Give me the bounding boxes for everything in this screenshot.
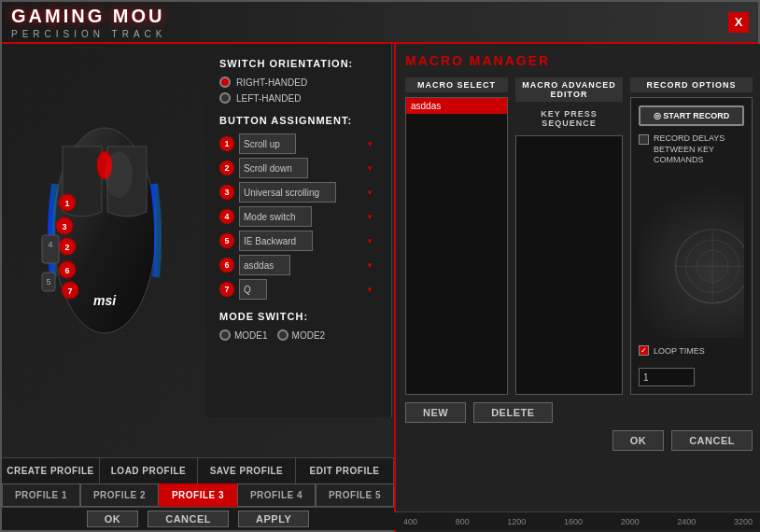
profile-tabs: PROFILE 1 PROFILE 2 PROFILE 3 PROFILE 4 …	[2, 483, 394, 507]
mouse-image-area: 1 3 2 6 7 4 5 msi	[2, 44, 207, 389]
loop-times-input[interactable]	[639, 368, 695, 386]
right-handed-dot	[219, 77, 231, 88]
btn-num-7: 7	[219, 282, 234, 297]
profile-tab-2[interactable]: PROFILE 2	[80, 483, 159, 507]
svg-text:1: 1	[64, 199, 69, 208]
ok-button[interactable]: OK	[87, 511, 139, 527]
btn-row-4: 4 Mode switch	[219, 206, 377, 227]
macro-manager-title: MACRO MANAGER	[405, 53, 753, 68]
world-map-svg	[639, 174, 744, 338]
save-profile-btn[interactable]: SAVE PROFILE	[198, 458, 296, 483]
btn-row-5: 5 IE Backward	[219, 231, 377, 251]
right-handed-radio[interactable]: RIGHT-HANDED	[219, 77, 377, 88]
edit-profile-btn[interactable]: EDIT PROFILE	[296, 458, 394, 483]
btn-select-wrapper-1: Scroll up	[239, 133, 377, 154]
macro-ok-button[interactable]: OK	[612, 430, 665, 451]
timeline-3200: 3200	[734, 517, 753, 526]
mode1-radio[interactable]: MODE1	[219, 329, 268, 341]
timeline-1600: 1600	[564, 517, 583, 526]
switch-orientation-title: SWITCH ORIENTATION:	[219, 58, 377, 69]
macro-ok-cancel: OK CANCEL	[405, 430, 753, 451]
profile-tab-4[interactable]: PROFILE 4	[237, 483, 316, 507]
macro-options-col: RECORD OPTIONS ◎ START RECORD RECORD DEL…	[630, 77, 753, 395]
record-options-area: ◎ START RECORD RECORD DELAYS BETWEEN KEY…	[630, 97, 753, 395]
timeline-bar: 400 800 1200 1600 2000 2400 3200	[394, 511, 760, 530]
right-handed-label: RIGHT-HANDED	[236, 77, 307, 88]
btn-select-wrapper-3: Universal scrolling	[239, 182, 377, 203]
app-subtitle: PERCISION TRACK	[11, 29, 167, 39]
btn-row-2: 2 Scroll down	[219, 158, 377, 178]
svg-text:3: 3	[62, 222, 66, 231]
key-press-area[interactable]	[515, 135, 623, 395]
svg-text:msi: msi	[93, 293, 117, 308]
macro-panel: MACRO MANAGER MACRO SELECT asddas MACRO …	[394, 44, 760, 532]
left-handed-dot	[219, 92, 231, 104]
app-title: GAMING MOU	[11, 6, 167, 27]
apply-button[interactable]: APPLY	[238, 511, 309, 527]
svg-text:6: 6	[64, 266, 69, 275]
btn-select-4[interactable]: Mode switch	[239, 206, 312, 227]
btn-num-1: 1	[219, 136, 234, 151]
macro-bottom-row: NEW DELETE	[405, 402, 753, 423]
macro-cancel-button[interactable]: CANCEL	[671, 430, 753, 451]
svg-text:5: 5	[46, 277, 50, 287]
mouse-svg: 1 3 2 6 7 4 5 msi	[35, 91, 175, 343]
config-panel: SWITCH ORIENTATION: RIGHT-HANDED LEFT-HA…	[205, 44, 392, 417]
close-button[interactable]: X	[728, 12, 749, 33]
btn-select-1[interactable]: Scroll up	[239, 133, 296, 154]
bottom-actions: OK CANCEL APPLY	[2, 507, 394, 530]
mode-switch-title: MODE SWITCH:	[219, 311, 377, 322]
loop-times-label: LOOP TIMES	[654, 346, 705, 356]
btn-num-2: 2	[219, 161, 234, 175]
btn-select-7[interactable]: Q	[239, 279, 267, 300]
record-delays-checkbox[interactable]	[639, 134, 649, 145]
btn-num-6: 6	[219, 258, 234, 273]
svg-point-17	[105, 151, 133, 198]
btn-select-wrapper-4: Mode switch	[239, 206, 377, 227]
timeline-400: 400	[403, 517, 417, 526]
btn-num-3: 3	[219, 185, 234, 200]
main-container: GAMING MOU PERCISION TRACK X	[0, 0, 760, 532]
svg-text:4: 4	[48, 240, 52, 249]
profile-tab-3[interactable]: PROFILE 3	[159, 483, 237, 507]
button-assignment-list: 1 Scroll up 2 Scroll down 3	[219, 133, 377, 300]
macro-new-button[interactable]: NEW	[405, 402, 466, 423]
left-handed-label: LEFT-HANDED	[236, 93, 301, 104]
macro-list-item-1[interactable]: asddas	[406, 98, 507, 114]
loop-times-checkbox[interactable]: ✓	[639, 345, 649, 356]
switch-orientation-group: RIGHT-HANDED LEFT-HANDED	[219, 77, 377, 104]
macro-editor-col: MACRO ADVANCED EDITOR KEY PRESS SEQUENCE	[515, 77, 623, 395]
timeline-2400: 2400	[677, 517, 696, 526]
left-handed-radio[interactable]: LEFT-HANDED	[219, 92, 377, 104]
mode-switch-row: MODE1 MODE2	[219, 329, 377, 341]
profile-tab-5[interactable]: PROFILE 5	[316, 483, 394, 507]
create-profile-btn[interactable]: CREATE PROFILE	[2, 458, 100, 483]
cancel-button[interactable]: CANCEL	[148, 511, 229, 527]
macro-delete-button[interactable]: DELETE	[473, 402, 552, 423]
mode2-label: MODE2	[292, 330, 326, 341]
record-delays-label: RECORD DELAYS BETWEEN KEY COMMANDS	[654, 133, 744, 166]
btn-row-3: 3 Universal scrolling	[219, 182, 377, 203]
record-delays-row: RECORD DELAYS BETWEEN KEY COMMANDS	[639, 133, 744, 166]
svg-text:2: 2	[64, 243, 69, 252]
macro-editor-label: MACRO ADVANCED EDITOR	[515, 77, 623, 102]
btn-select-wrapper-2: Scroll down	[239, 158, 377, 178]
btn-select-2[interactable]: Scroll down	[239, 158, 308, 178]
title-area: GAMING MOU PERCISION TRACK	[11, 6, 167, 39]
start-record-button[interactable]: ◎ START RECORD	[639, 105, 744, 126]
timeline-2000: 2000	[621, 517, 640, 526]
macro-list[interactable]: asddas	[405, 97, 508, 395]
mode2-radio[interactable]: MODE2	[277, 329, 326, 341]
timeline-800: 800	[456, 517, 470, 526]
btn-select-3[interactable]: Universal scrolling	[239, 182, 336, 203]
btn-select-wrapper-6: asddas	[239, 255, 377, 275]
title-bar: GAMING MOU PERCISION TRACK X	[2, 2, 758, 44]
timeline-labels: 400 800 1200 1600 2000 2400 3200	[403, 517, 753, 526]
record-options-label: RECORD OPTIONS	[630, 77, 753, 92]
profile-tab-1[interactable]: PROFILE 1	[2, 483, 80, 507]
btn-select-6[interactable]: asddas	[239, 255, 290, 275]
macro-columns: MACRO SELECT asddas MACRO ADVANCED EDITO…	[405, 77, 753, 395]
load-profile-btn[interactable]: LOAD PROFILE	[100, 458, 198, 483]
mode1-label: MODE1	[234, 330, 268, 341]
btn-select-5[interactable]: IE Backward	[239, 231, 313, 251]
